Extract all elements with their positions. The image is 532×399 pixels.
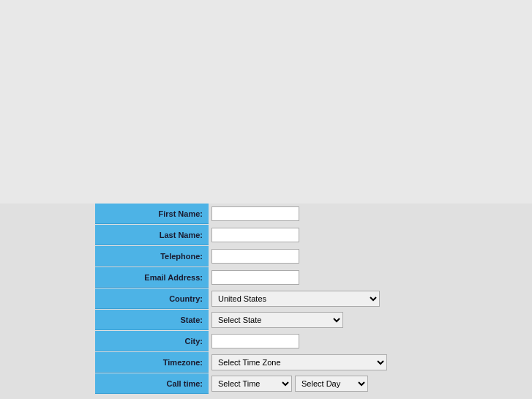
calltime-row: Call time: Select Time Select Day [95, 373, 402, 394]
first-name-control [209, 204, 402, 224]
calltime-label: Call time: [95, 373, 209, 394]
first-name-input[interactable] [211, 206, 299, 221]
city-input[interactable] [211, 334, 299, 348]
telephone-control [209, 246, 402, 266]
email-row: Email Address: [95, 267, 402, 288]
time-select[interactable]: Select Time [211, 376, 292, 392]
telephone-input[interactable] [211, 249, 299, 264]
first-name-label: First Name: [95, 204, 209, 224]
city-control [209, 331, 402, 351]
last-name-row: Last Name: [95, 225, 402, 245]
country-control: United States Canada United Kingdom Aust… [209, 288, 402, 309]
country-select[interactable]: United States Canada United Kingdom Aust… [211, 291, 380, 307]
email-input[interactable] [211, 270, 299, 285]
timezone-label: Timezone: [95, 352, 209, 373]
calltime-control: Select Time Select Day [209, 373, 402, 394]
telephone-label: Telephone: [95, 246, 209, 266]
first-name-row: First Name: [95, 204, 402, 224]
day-select[interactable]: Select Day [295, 376, 368, 392]
timezone-control: Select Time Zone [209, 352, 402, 373]
state-row: State: Select State [95, 310, 402, 330]
country-label: Country: [95, 288, 209, 309]
country-row: Country: United States Canada United Kin… [95, 288, 402, 309]
email-control [209, 267, 402, 288]
last-name-label: Last Name: [95, 225, 209, 245]
telephone-row: Telephone: [95, 246, 402, 266]
last-name-input[interactable] [211, 228, 299, 242]
timezone-row: Timezone: Select Time Zone [95, 352, 402, 373]
top-area [0, 0, 532, 204]
state-label: State: [95, 310, 209, 330]
city-label: City: [95, 331, 209, 351]
state-control: Select State [209, 310, 402, 330]
email-label: Email Address: [95, 267, 209, 288]
city-row: City: [95, 331, 402, 351]
last-name-control [209, 225, 402, 245]
state-select[interactable]: Select State [211, 312, 343, 328]
timezone-select[interactable]: Select Time Zone [211, 354, 387, 370]
form-container: First Name: Last Name: Telephone: Email … [95, 204, 402, 395]
